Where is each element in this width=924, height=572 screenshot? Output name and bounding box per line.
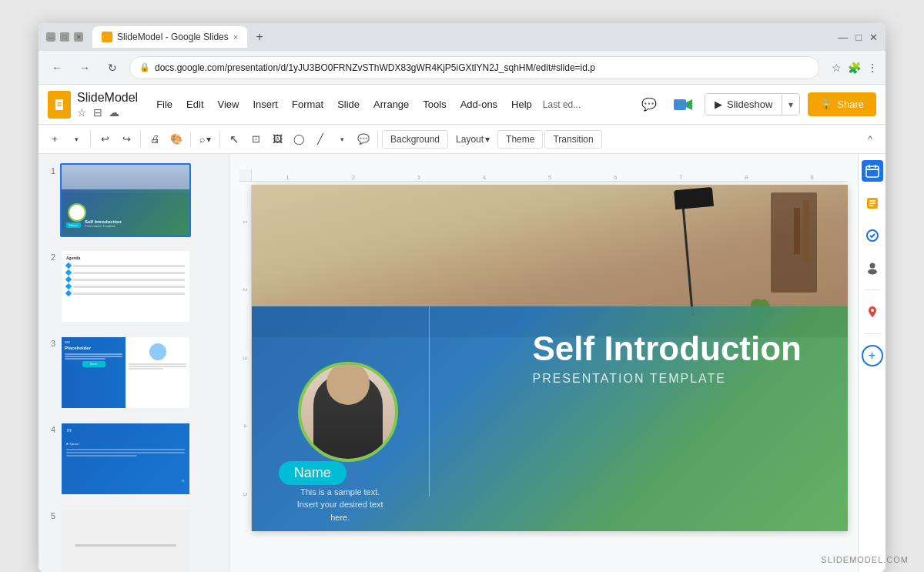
svg-point-17 [871, 309, 874, 312]
ruler-mark-5: 5 [548, 174, 551, 181]
address-bar[interactable]: 🔒 docs.google.com/presentation/d/1yJU3BO… [129, 56, 819, 79]
slideshow-dropdown[interactable]: ▾ [782, 95, 799, 115]
redo-button[interactable]: ↪ [116, 129, 136, 149]
svg-point-16 [868, 269, 877, 275]
chat-button[interactable]: 💬 [637, 92, 661, 117]
undo-button[interactable]: ↩ [95, 129, 115, 149]
slide-thumbnail-3[interactable]: 3 BIO Placeholder [42, 333, 226, 413]
meet-button[interactable] [669, 91, 697, 119]
svg-rect-7 [866, 169, 879, 170]
ruler-mark-2: 2 [351, 174, 354, 181]
menu-help[interactable]: Help [505, 95, 538, 113]
menu-bar: File Edit View Insert Format Slide Arran… [150, 95, 581, 113]
tab-close-button[interactable]: × [233, 32, 238, 42]
refresh-button[interactable]: ↻ [102, 57, 123, 79]
cloud-icon[interactable]: ☁ [109, 106, 119, 119]
line-dropdown[interactable]: ▾ [332, 129, 352, 149]
theme-button[interactable]: Theme [497, 130, 543, 149]
menu-arrange[interactable]: Arrange [367, 95, 415, 113]
line-tool[interactable]: ╱ [310, 129, 330, 149]
ruler-vmark-2: 2 [242, 288, 249, 291]
back-button[interactable]: ← [46, 57, 68, 79]
maximize-button[interactable]: □ [60, 32, 69, 42]
window-minimize-icon[interactable]: — [838, 32, 848, 43]
slide-thumbnail-4[interactable]: 4 " A "Quote" " [42, 419, 226, 499]
sample-text: This is a sample text. Insert your desir… [294, 486, 387, 524]
cursor-tool[interactable]: ↖ [224, 129, 244, 149]
forward-button[interactable]: → [74, 57, 95, 79]
print-button[interactable]: 🖨 [145, 129, 165, 149]
calendar-sidebar-icon[interactable] [862, 160, 883, 182]
slide-image-2[interactable]: Agenda [60, 249, 191, 323]
slide-canvas[interactable]: Name This is a sample text. Insert your … [252, 185, 848, 531]
slideshow-button[interactable]: ▶ Slideshow [705, 94, 782, 115]
contacts-sidebar-icon[interactable] [862, 257, 883, 279]
toolbar-separator-5 [377, 132, 378, 147]
menu-addons[interactable]: Add-ons [454, 95, 504, 113]
slide-image-5[interactable] [60, 508, 191, 572]
slide-number-1: 1 [45, 166, 55, 176]
transition-button[interactable]: Transition [544, 130, 601, 149]
ruler-mark-7: 7 [679, 174, 682, 181]
menu-tools[interactable]: Tools [417, 95, 452, 113]
slide-thumbnail-2[interactable]: 2 Agenda [42, 246, 226, 326]
tab-title: SlideModel - Google Slides [117, 32, 229, 42]
slide-number-3: 3 [45, 339, 55, 348]
address-text: docs.google.com/presentation/d/1yJU3BO0F… [155, 62, 809, 73]
extensions-icon[interactable]: 🧩 [848, 62, 861, 74]
slideshow-label: Slideshow [727, 99, 772, 110]
paint-format-button[interactable]: 🎨 [166, 129, 186, 149]
menu-file[interactable]: File [150, 95, 179, 113]
menu-insert[interactable]: Insert [246, 95, 284, 113]
slide-title-area: Self Introduction PRESENTATION TEMPLATE [532, 330, 802, 386]
slide-number-4: 4 [45, 425, 55, 434]
browser-menu-icon[interactable]: ⋮ [867, 62, 878, 74]
minimize-button[interactable]: — [46, 32, 55, 42]
background-button[interactable]: Background [382, 130, 448, 149]
tasks-sidebar-icon[interactable] [862, 225, 883, 246]
ruler-mark-8: 8 [745, 174, 748, 181]
add-dropdown[interactable]: ▾ [66, 129, 86, 149]
bookmark-icon[interactable]: ☆ [832, 62, 842, 74]
menu-view[interactable]: View [212, 95, 246, 113]
shapes-tool[interactable]: ◯ [289, 129, 309, 149]
menu-slide[interactable]: Slide [331, 95, 366, 113]
share-button[interactable]: 🔒 Share [808, 92, 876, 116]
layout-button[interactable]: Layout ▾ [450, 131, 496, 148]
share-label: Share [837, 99, 864, 110]
slide-thumbnail-1[interactable]: 1 Self IntroductionPresentation Template… [42, 160, 226, 240]
image-tool[interactable]: 🖼 [267, 129, 287, 149]
text-box-tool[interactable]: ⊡ [246, 129, 266, 149]
window-close-icon[interactable]: ✕ [869, 32, 878, 43]
collapse-toolbar-button[interactable]: ^ [861, 130, 879, 149]
zoom-control[interactable]: ⌕ ▾ [195, 132, 216, 146]
slide-image-3[interactable]: BIO Placeholder Source [60, 336, 191, 410]
active-tab[interactable]: SlideModel - Google Slides × [92, 26, 247, 48]
tab-favicon [102, 32, 112, 42]
comment-tool[interactable]: 💬 [353, 129, 373, 149]
sidebar-divider-2 [865, 333, 880, 334]
window-maximize-icon[interactable]: □ [855, 32, 862, 43]
folder-icon[interactable]: ⊟ [93, 106, 102, 119]
slide-image-4[interactable]: " A "Quote" " [60, 422, 191, 496]
toolbar-separator-4 [219, 132, 220, 147]
zoom-icon: ⌕ [199, 134, 205, 145]
add-button[interactable]: + [45, 129, 65, 149]
add-sidebar-button[interactable]: + [862, 345, 883, 366]
maps-sidebar-icon[interactable] [862, 301, 883, 323]
star-icon[interactable]: ☆ [77, 106, 87, 119]
name-tag: Name [279, 461, 346, 485]
right-sidebar: + [858, 154, 886, 572]
presenter-photo [298, 362, 398, 462]
close-button[interactable]: ✕ [74, 32, 83, 42]
menu-format[interactable]: Format [286, 95, 330, 113]
watermark: SLIDEMODEL.COM [821, 555, 909, 564]
notes-sidebar-icon[interactable] [862, 192, 883, 214]
ruler-mark-1: 1 [286, 174, 289, 181]
ruler-vmark-5: 5 [242, 493, 249, 496]
slide-image-1[interactable]: Self IntroductionPresentation Template N… [60, 163, 191, 237]
new-tab-button[interactable]: + [250, 28, 269, 46]
slide-thumbnail-5[interactable]: 5 [42, 505, 226, 572]
menu-edit[interactable]: Edit [180, 95, 209, 113]
share-lock-icon: 🔒 [820, 99, 832, 110]
